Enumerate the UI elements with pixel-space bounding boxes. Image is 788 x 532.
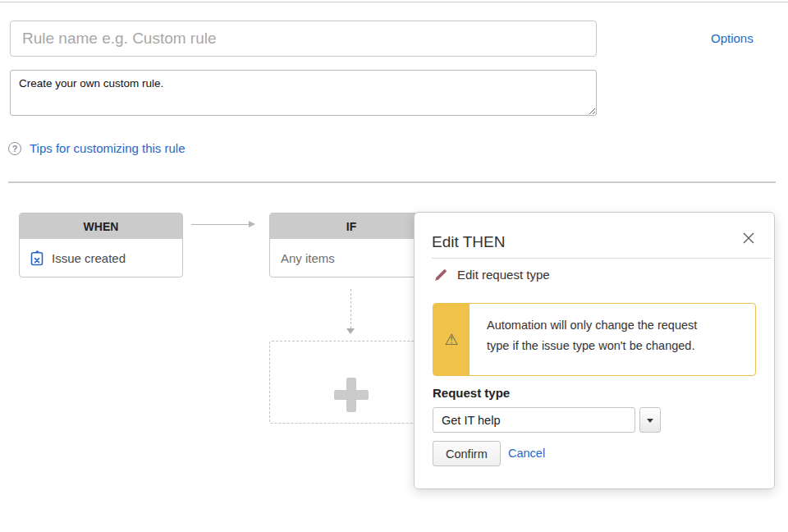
when-to-if-connector: [191, 224, 249, 225]
rule-editor-page: Options Create your own custom rule. ? T…: [0, 0, 788, 532]
if-to-add-connector: [350, 289, 351, 328]
if-item-label: Any items: [281, 251, 335, 265]
popup-title-divider: [432, 258, 772, 259]
edit-request-type-row: Edit request type: [434, 268, 550, 282]
request-type-selected-value: Get IT help: [442, 414, 500, 427]
when-item-label: Issue created: [52, 251, 126, 265]
plus-icon: [334, 378, 369, 412]
cancel-link[interactable]: Cancel: [508, 447, 545, 460]
request-type-dropdown-button[interactable]: [639, 407, 661, 433]
chevron-down-icon: [647, 419, 653, 423]
warning-triangle-icon: ⚠: [444, 332, 458, 347]
request-type-label: Request type: [433, 386, 510, 400]
pencil-icon: [434, 268, 447, 282]
options-link[interactable]: Options: [711, 31, 754, 45]
popup-title: Edit THEN: [432, 233, 505, 251]
tips-row: ? Tips for customizing this rule: [8, 141, 186, 155]
help-question-icon: ?: [8, 142, 21, 155]
when-block-header: WHEN: [20, 213, 182, 239]
issue-created-icon: [30, 250, 44, 266]
request-type-select[interactable]: Get IT help: [433, 407, 635, 433]
top-divider: [0, 2, 788, 2]
when-to-if-arrowhead-icon: [249, 221, 255, 227]
confirm-button[interactable]: Confirm: [433, 441, 501, 466]
if-block-body: Any items: [270, 239, 433, 277]
when-block-body: Issue created: [20, 239, 182, 277]
when-block[interactable]: WHEN Issue created: [19, 213, 183, 277]
edit-request-type-label: Edit request type: [457, 268, 550, 282]
edit-then-popup: Edit THEN Edit request type ⚠ Automation…: [414, 212, 775, 489]
rule-name-input[interactable]: [10, 21, 597, 57]
if-block-header: IF: [270, 213, 433, 239]
close-icon[interactable]: [740, 229, 758, 247]
rule-description-textarea[interactable]: Create your own custom rule.: [10, 70, 597, 116]
warning-banner: ⚠ Automation will only change the reques…: [433, 303, 756, 376]
tips-link[interactable]: Tips for customizing this rule: [30, 141, 186, 155]
section-divider: [8, 181, 776, 183]
if-block[interactable]: IF Any items: [269, 213, 433, 277]
warning-message: Automation will only change the request …: [470, 304, 755, 375]
warning-strip: ⚠: [433, 304, 470, 375]
add-action-placeholder[interactable]: [269, 341, 433, 424]
if-to-add-arrowhead-icon: [346, 328, 355, 334]
